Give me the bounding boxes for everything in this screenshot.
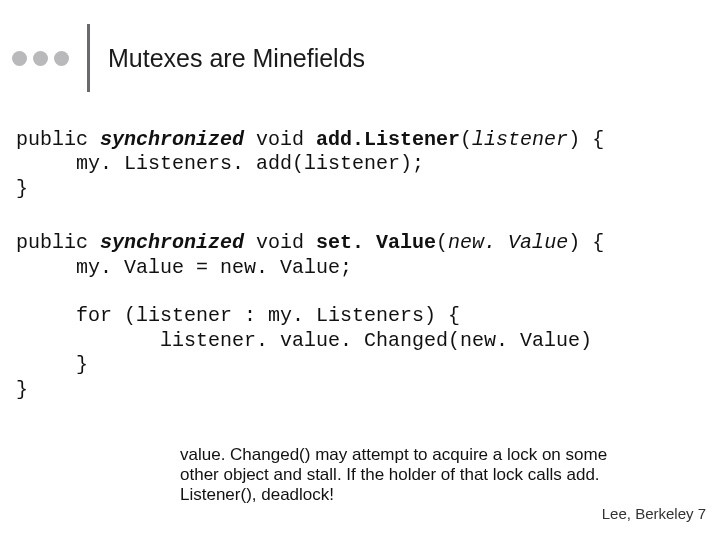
- code-text: void: [244, 231, 316, 254]
- code-block-1: public synchronized void add.Listener(li…: [0, 128, 720, 201]
- dot-icon: [54, 51, 69, 66]
- slide-header: Mutexes are Minefields: [0, 0, 720, 92]
- code-text: ) {: [568, 128, 604, 151]
- slide-footer: Lee, Berkeley 7: [602, 505, 706, 522]
- method-name: set. Value: [316, 231, 436, 254]
- code-text: [16, 280, 28, 303]
- code-text: }: [16, 378, 28, 401]
- keyword-synchronized: synchronized: [100, 231, 244, 254]
- code-text: public: [16, 231, 100, 254]
- decorative-dots: [12, 51, 69, 66]
- code-block-2: public synchronized void set. Value(new.…: [0, 231, 720, 402]
- code-text: my. Listeners. add(listener);: [16, 152, 424, 175]
- param: new. Value: [448, 231, 568, 254]
- code-text: my. Value = new. Value;: [16, 256, 352, 279]
- param: listener: [472, 128, 568, 151]
- code-text: }: [16, 353, 88, 376]
- keyword-synchronized: synchronized: [100, 128, 244, 151]
- code-text: (: [460, 128, 472, 151]
- dot-icon: [33, 51, 48, 66]
- vertical-divider: [87, 24, 90, 92]
- code-text: (: [436, 231, 448, 254]
- explanatory-note: value. Changed() may attempt to acquire …: [180, 445, 640, 505]
- code-text: ) {: [568, 231, 604, 254]
- slide-title: Mutexes are Minefields: [108, 44, 365, 73]
- code-text: }: [16, 177, 28, 200]
- method-name: add.Listener: [316, 128, 460, 151]
- code-text: void: [244, 128, 316, 151]
- code-text: public: [16, 128, 100, 151]
- code-text: for (listener : my. Listeners) {: [16, 304, 460, 327]
- dot-icon: [12, 51, 27, 66]
- code-text: listener. value. Changed(new. Value): [16, 329, 592, 352]
